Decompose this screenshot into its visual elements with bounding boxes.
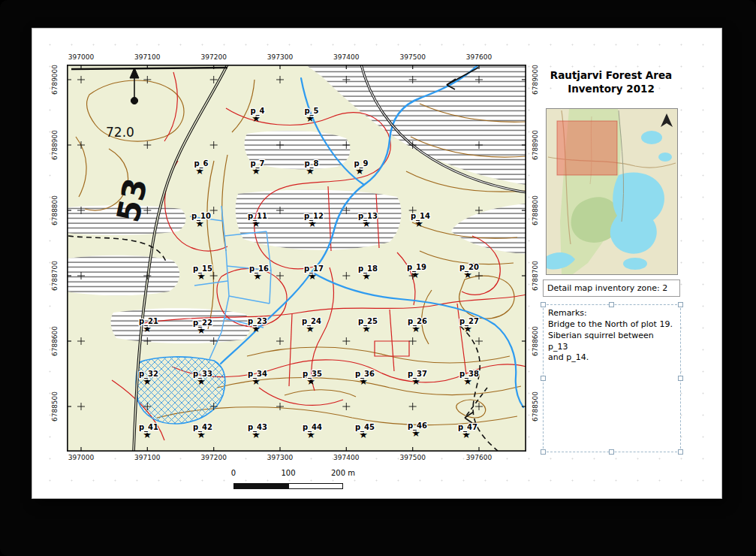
y-grid-label: 6788600	[51, 326, 59, 356]
plot-id-label: p_44	[303, 423, 322, 432]
map-title-line2: Inventory 2012	[540, 83, 682, 96]
plot-id-label: p_12	[304, 212, 324, 221]
selection-handle[interactable]	[678, 449, 683, 455]
detail-zone-label: Detail map inventory zone: 2	[547, 283, 667, 293]
map-extent-highlight	[557, 121, 617, 175]
plot-id-label: p_23	[248, 317, 267, 326]
plot-id-label: p_19	[407, 263, 426, 272]
x-grid-label: 397000	[68, 454, 94, 461]
overview-map[interactable]	[546, 108, 678, 275]
x-grid-label: 397400	[333, 454, 359, 461]
selection-handle[interactable]	[678, 302, 683, 307]
plot-id-label: p_41	[139, 423, 158, 432]
plot-id-label: p_21	[139, 317, 158, 326]
plot-id-label: p_43	[248, 423, 267, 432]
y-grid-label: 6788900	[51, 130, 59, 160]
plot-id-label: p_34	[248, 370, 267, 379]
x-grid-label: 397000	[68, 53, 94, 61]
contour-elevation-label: 72.0	[106, 125, 134, 140]
plot-id-label: p_42	[193, 423, 212, 432]
canvas-background: 72.0 53 ★p_4★p_5★p_6★p_7★p_8★p_9★p_10★p_…	[0, 0, 756, 556]
x-grid-label: 397200	[201, 53, 227, 61]
x-grid-label: 397600	[466, 53, 492, 61]
plot-id-label: p_32	[139, 370, 158, 379]
plot-id-label: p_17	[304, 264, 324, 273]
plot-id-label: p_47	[458, 423, 477, 432]
plot-id-label: p_22	[193, 319, 212, 328]
plot-id-label: p_25	[358, 317, 378, 326]
x-grid-label: 397100	[134, 454, 160, 461]
scale-bar[interactable]: 0 100 200 m	[233, 469, 361, 493]
plot-id-label: p_16	[249, 264, 269, 273]
selection-handle[interactable]	[609, 302, 614, 307]
y-grid-label: 6788800	[51, 195, 59, 225]
scale-label-100: 100	[281, 469, 295, 477]
y-grid-label: 6788600	[532, 326, 539, 356]
x-grid-label: 397300	[267, 53, 293, 61]
plot-id-label: p_26	[408, 317, 427, 326]
plot-id-label: p_18	[358, 264, 378, 273]
plot-id-label: p_9	[354, 159, 368, 168]
remarks-line: and p_14.	[548, 352, 676, 364]
y-grid-labels-left: 6789000678890067888006788700678860067885…	[49, 65, 61, 452]
y-grid-label: 6788500	[51, 391, 59, 422]
y-grid-label: 6788800	[532, 195, 539, 225]
plot-id-label: p_8	[304, 159, 318, 168]
plot-id-label: p_38	[459, 370, 479, 379]
plot-id-label: p_14	[411, 212, 430, 221]
y-grid-label: 6788900	[532, 130, 539, 160]
x-grid-label: 397400	[333, 53, 359, 61]
plot-id-label: p_11	[248, 212, 267, 221]
plot-id-label: p_35	[303, 370, 322, 379]
y-grid-labels-right: 6789000678890067888006788700678860067885…	[529, 65, 541, 452]
selection-handle[interactable]	[541, 376, 546, 381]
x-grid-labels-top: 3970003971003972003973003974003975003976…	[67, 53, 526, 62]
overview-lake-small-2	[658, 153, 672, 162]
plot-id-label: p_46	[408, 422, 427, 431]
y-grid-label: 6788500	[532, 391, 539, 422]
plot-id-label: p_27	[459, 317, 479, 326]
remarks-box[interactable]: Remarks: Bridge to the North of plot 19.…	[543, 304, 681, 452]
remarks-line: Siberian squirrel between p_13	[548, 331, 676, 353]
selection-handle[interactable]	[541, 302, 546, 307]
x-grid-label: 397500	[400, 454, 426, 461]
y-grid-label: 6789000	[51, 65, 59, 95]
plot-id-label: p_33	[193, 370, 212, 379]
scale-bar-segment-empty	[288, 483, 343, 489]
selection-handle[interactable]	[609, 449, 614, 455]
y-grid-label: 6789000	[532, 65, 539, 95]
plot-id-label: p_20	[459, 263, 479, 272]
plot-id-label: p_4	[250, 107, 264, 116]
plot-id-label: p_15	[193, 264, 212, 273]
plot-id-label: p_36	[355, 370, 375, 379]
scale-label-0: 0	[231, 469, 236, 477]
plot-id-label: p_24	[302, 317, 321, 326]
selection-handle[interactable]	[541, 449, 546, 455]
plot-id-label: p_13	[358, 212, 378, 221]
map-title[interactable]: Rautjarvi Forest Area Inventory 2012	[540, 69, 682, 95]
plot-id-label: p_6	[194, 159, 208, 168]
x-grid-label: 397500	[400, 53, 426, 61]
remarks-heading: Remarks:	[548, 308, 676, 319]
plot-id-label: p_7	[250, 159, 264, 168]
scale-label-200: 200 m	[331, 469, 355, 477]
x-grid-label: 397600	[466, 454, 492, 461]
y-grid-label: 6788700	[532, 261, 539, 291]
x-grid-label: 397300	[267, 454, 293, 461]
remarks-text: Remarks: Bridge to the North of plot 19.…	[544, 305, 680, 367]
overview-lake-small-1	[641, 131, 662, 144]
selection-handle[interactable]	[678, 376, 683, 381]
x-grid-label: 397100	[134, 53, 160, 61]
plot-id-label: p_10	[191, 212, 211, 221]
remarks-line: Bridge to the North of plot 19.	[548, 319, 676, 331]
y-grid-label: 6788700	[51, 261, 59, 291]
x-grid-labels-bottom: 3970003971003972003973003974003975003976…	[67, 454, 526, 463]
plot-id-label: p_45	[355, 423, 375, 432]
detail-zone-label-box[interactable]: Detail map inventory zone: 2	[543, 280, 680, 297]
map-title-line1: Rautjarvi Forest Area	[540, 69, 682, 83]
overview-lake-south	[623, 258, 647, 270]
layout-page: 72.0 53 ★p_4★p_5★p_6★p_7★p_8★p_9★p_10★p_…	[32, 28, 722, 499]
scale-bar-segment-filled	[233, 483, 288, 489]
map-frame[interactable]: 72.0 53 ★p_4★p_5★p_6★p_7★p_8★p_9★p_10★p_…	[67, 65, 526, 452]
x-grid-label: 397200	[201, 454, 227, 461]
